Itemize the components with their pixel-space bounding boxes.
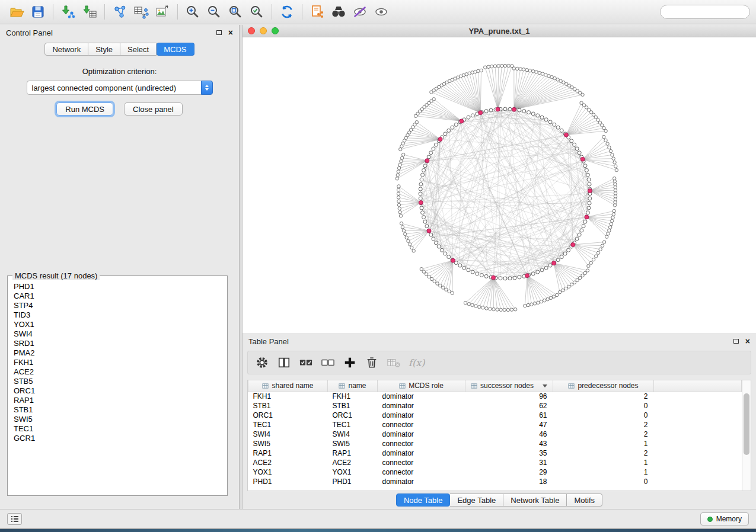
list-item[interactable]: SWI4 — [14, 329, 221, 339]
list-item[interactable]: TEC1 — [14, 424, 221, 434]
close-window-icon[interactable] — [248, 27, 255, 34]
list-icon — [11, 515, 19, 523]
memory-button[interactable]: Memory — [700, 512, 749, 525]
list-item[interactable]: SWI5 — [14, 415, 221, 424]
new-network-button[interactable] — [109, 2, 130, 21]
control-panel-title: Control Panel — [6, 28, 53, 37]
list-item[interactable]: YOX1 — [14, 320, 221, 329]
save-icon — [30, 4, 46, 20]
open-session-button[interactable] — [6, 2, 27, 21]
close-panel-button[interactable]: Close panel — [124, 102, 183, 116]
column-header-filler — [654, 380, 742, 392]
column-label: name — [348, 382, 366, 390]
select-all-button[interactable] — [299, 355, 313, 370]
table-row[interactable]: RAP1RAP1dominator352 — [248, 448, 742, 458]
table-row[interactable]: PHD1PHD1dominator180 — [248, 477, 742, 486]
deselect-all-button[interactable] — [321, 355, 335, 370]
criterion-dropdown[interactable]: largest connected component (undirected) — [27, 81, 213, 95]
table-row[interactable]: FKH1FKH1dominator962 — [248, 392, 742, 401]
list-item[interactable]: STP4 — [14, 301, 221, 310]
add-column-button[interactable] — [343, 355, 357, 370]
refresh-layout-button[interactable] — [276, 2, 298, 21]
list-item[interactable]: SRD1 — [14, 339, 221, 348]
table-row[interactable]: STB1STB1dominator620 — [248, 401, 742, 411]
list-item[interactable]: TID3 — [14, 310, 221, 320]
list-item[interactable]: RAP1 — [14, 396, 221, 405]
binoculars-icon — [330, 4, 347, 20]
list-item[interactable]: STB5 — [14, 377, 221, 386]
gear-icon — [256, 356, 269, 369]
table-row[interactable]: YOX1YOX1connector291 — [248, 467, 742, 477]
zoom-in-button[interactable] — [182, 2, 203, 21]
tab-mcds[interactable]: MCDS — [157, 43, 194, 56]
list-item[interactable]: GCR1 — [14, 434, 221, 443]
zoom-out-button[interactable] — [203, 2, 225, 21]
column-header-shared-name[interactable]: shared name — [248, 380, 328, 392]
table-settings-button[interactable] — [255, 355, 269, 370]
float-panel-icon[interactable] — [733, 339, 739, 344]
table-row[interactable]: SWI4SWI4dominator462 — [248, 430, 742, 439]
panel-menu-button[interactable] — [7, 513, 22, 525]
list-item[interactable]: CAR1 — [14, 291, 221, 301]
show-columns-button[interactable] — [277, 355, 291, 370]
import-network-button[interactable] — [58, 2, 79, 21]
scrollbar-thumb[interactable] — [744, 393, 749, 455]
list-item[interactable]: PMA2 — [14, 348, 221, 358]
column-header-name[interactable]: name — [328, 380, 378, 392]
hide-details-button[interactable] — [349, 2, 371, 21]
table-row[interactable]: ACE2ACE2connector311 — [248, 458, 742, 467]
float-panel-icon[interactable] — [216, 30, 222, 35]
network-from-table-button[interactable] — [130, 2, 152, 21]
export-image-button[interactable] — [152, 2, 173, 21]
status-bar: Memory — [0, 509, 756, 528]
network-window-titlebar[interactable]: YPA_prune.txt_1 — [243, 25, 756, 37]
mcds-result-list[interactable]: PHD1 CAR1 STP4 TID3 YOX1 SWI4 SRD1 PMA2 … — [9, 278, 226, 494]
refresh-icon — [279, 4, 295, 20]
list-item[interactable]: FKH1 — [14, 358, 221, 367]
sort-descending-icon — [543, 384, 547, 387]
tab-select[interactable]: Select — [120, 43, 157, 56]
column-header-mcds-role[interactable]: MCDS role — [378, 380, 465, 392]
zoom-fit-button[interactable] — [225, 2, 246, 21]
toolbar-search[interactable] — [660, 5, 750, 19]
column-label: predecessor nodes — [578, 382, 638, 390]
maximize-window-icon[interactable] — [272, 27, 279, 34]
show-details-button[interactable] — [371, 2, 392, 21]
list-item[interactable]: ACE2 — [14, 367, 221, 377]
run-mcds-button[interactable]: Run MCDS — [56, 102, 113, 116]
list-item[interactable]: PHD1 — [14, 282, 221, 291]
network-window: YPA_prune.txt_1 — [243, 25, 756, 333]
search-network-button[interactable] — [328, 2, 349, 21]
list-item[interactable]: ORC1 — [14, 386, 221, 396]
close-panel-icon[interactable]: × — [745, 337, 750, 345]
table-row[interactable]: ORC1ORC1dominator610 — [248, 411, 742, 420]
tab-network-table[interactable]: Network Table — [503, 493, 567, 507]
network-nodes-icon — [112, 4, 127, 20]
dropdown-stepper-icon — [201, 81, 213, 95]
zoom-selected-button[interactable] — [246, 2, 267, 21]
zoom-fit-icon — [228, 4, 243, 20]
node-table: shared name name MCDS role successor nod… — [247, 380, 751, 491]
tab-node-table[interactable]: Node Table — [396, 493, 451, 507]
control-panel-header: Control Panel × — [0, 25, 239, 40]
table-row[interactable]: TEC1TEC1connector472 — [248, 420, 742, 430]
column-header-successor-nodes[interactable]: successor nodes — [465, 380, 553, 392]
save-session-button[interactable] — [27, 2, 49, 21]
minimize-window-icon[interactable] — [260, 27, 267, 34]
table-row[interactable]: SWI5SWI5connector431 — [248, 439, 742, 448]
tab-style[interactable]: Style — [88, 43, 120, 56]
network-graph[interactable] — [243, 37, 755, 332]
network-view[interactable] — [243, 37, 756, 333]
tab-edge-table[interactable]: Edge Table — [450, 493, 503, 507]
close-panel-icon[interactable]: × — [228, 28, 233, 37]
share-document-button[interactable] — [307, 2, 328, 21]
search-input[interactable] — [668, 8, 756, 16]
delete-column-button[interactable] — [365, 355, 379, 370]
tab-motifs[interactable]: Motifs — [567, 493, 602, 507]
table-scrollbar[interactable] — [742, 380, 751, 491]
export-image-icon — [155, 4, 170, 20]
list-item[interactable]: STB1 — [14, 405, 221, 415]
import-table-button[interactable] — [79, 2, 100, 21]
tab-network[interactable]: Network — [44, 43, 88, 56]
column-header-predecessor-nodes[interactable]: predecessor nodes — [553, 380, 654, 392]
